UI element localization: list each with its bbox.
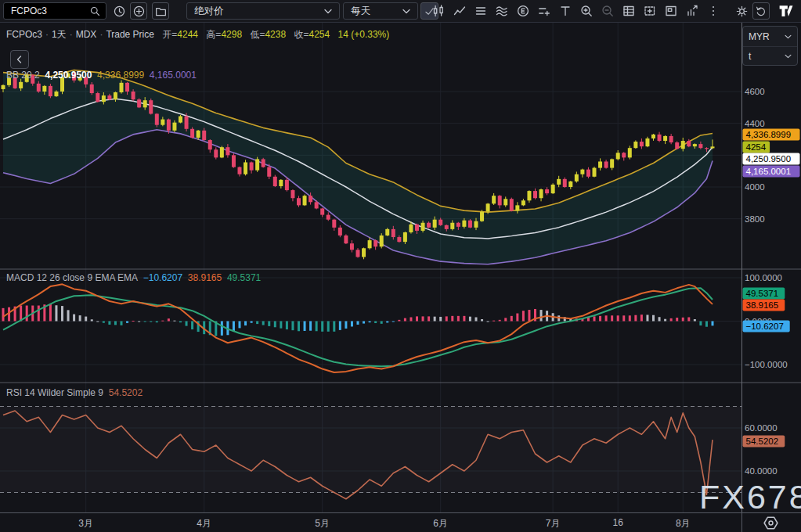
overlay-waves-button[interactable] xyxy=(491,2,512,20)
currency-dropdown[interactable]: MYR xyxy=(743,27,797,46)
zoom-out-icon xyxy=(601,4,615,18)
macd-line-value: 38.9165 xyxy=(188,272,222,283)
time-axis-label: 6月 xyxy=(433,517,448,530)
zoom-in-button[interactable] xyxy=(575,2,597,20)
unit-value: t xyxy=(749,51,751,62)
more-options-button[interactable] xyxy=(702,2,723,20)
events-button[interactable] xyxy=(512,2,533,20)
macd-title: MACD 12 26 close 9 EMA EMA xyxy=(6,272,138,283)
symbol-interval: 1天 xyxy=(52,29,67,40)
bb-indicator-legend[interactable]: BB 20 2 4,250.9500 4,336.8999 4,165.0001 xyxy=(6,70,197,81)
settings-button[interactable] xyxy=(733,2,750,20)
symbol-name: FCPOc3 xyxy=(6,29,42,40)
time-axis-label: 4月 xyxy=(197,517,211,530)
ohlc-close-label: 收= xyxy=(294,29,308,40)
time-axis-label: 5月 xyxy=(315,517,330,530)
currency-value: MYR xyxy=(749,31,770,42)
time-axis-settings-button[interactable] xyxy=(763,515,779,532)
bb-title: BB 20 2 xyxy=(6,70,40,81)
time-axis-label: 8月 xyxy=(676,517,691,530)
tradingview-logo-button[interactable] xyxy=(778,2,796,20)
time-axis[interactable]: 3月4月5月6月7月168月 xyxy=(0,512,801,532)
rsi-title: RSI 14 Wilder Simple 9 xyxy=(6,387,103,398)
waves-icon xyxy=(495,4,509,18)
axis-tick-label: 4600 xyxy=(745,87,765,96)
macd-indicator-legend[interactable]: MACD 12 26 close 9 EMA EMA −10.6207 38.9… xyxy=(6,272,261,283)
text-tool-button[interactable] xyxy=(554,2,575,20)
price-line-icon xyxy=(537,4,551,18)
bar-chart-arrow-icon xyxy=(685,4,699,18)
price-line-button[interactable] xyxy=(533,2,554,20)
axis-tick-label: 100.0000 xyxy=(745,273,782,282)
svg-text:54.5202: 54.5202 xyxy=(746,437,779,446)
rsi-indicator-legend[interactable]: RSI 14 Wilder Simple 9 54.5202 xyxy=(6,387,143,398)
rsi-value: 54.5202 xyxy=(109,387,143,398)
clock-icon xyxy=(113,5,126,18)
indicators-button[interactable] xyxy=(449,2,470,20)
gear-icon xyxy=(735,5,749,18)
axis-tick-label: 4000 xyxy=(745,182,765,192)
change-value: 14 (+0.33%) xyxy=(338,29,390,40)
table-grid-icon xyxy=(622,4,636,18)
ohlc-high-value: 4298 xyxy=(221,29,242,40)
undo-button[interactable] xyxy=(752,2,770,20)
open-layout-folder-button[interactable] xyxy=(152,2,169,20)
axis-tick-label: 4400 xyxy=(745,119,765,128)
svg-text:4254: 4254 xyxy=(746,142,767,152)
ohlc-close-value: 4254 xyxy=(309,29,330,40)
indicators-icon xyxy=(453,4,467,18)
add-symbol-button[interactable] xyxy=(130,2,147,20)
toolbar-icon-strip xyxy=(428,2,723,20)
chevron-left-icon xyxy=(16,56,23,63)
chevron-down-icon xyxy=(324,9,332,14)
tradingview-logo-icon xyxy=(778,3,796,19)
svg-text:4,165.0001: 4,165.0001 xyxy=(746,167,792,176)
box-plus-icon xyxy=(643,4,657,18)
legend-back-button[interactable] xyxy=(10,50,29,69)
unit-dropdown[interactable]: t xyxy=(743,46,797,66)
macd-signal-value: 49.5371 xyxy=(227,272,261,283)
e-circle-icon xyxy=(516,4,530,18)
ohlc-low-value: 4238 xyxy=(265,29,286,40)
symbol-legend[interactable]: FCPOc3·1天·MDX·Trade Price 开=4244 高=4298 … xyxy=(6,28,389,41)
ohlc-open-value: 4244 xyxy=(177,29,198,40)
bb-upper-value: 4,336.8999 xyxy=(97,70,144,81)
time-interval-clock-button[interactable] xyxy=(110,2,128,20)
interval-dropdown[interactable]: 每天 xyxy=(343,2,418,20)
layout-windows-button[interactable] xyxy=(660,2,681,20)
symbol-search-input[interactable]: FCPOc3 xyxy=(3,2,106,20)
plus-circle-icon xyxy=(132,5,146,18)
time-axis-label: 7月 xyxy=(546,517,561,530)
axis-tick-label: 40.0000 xyxy=(745,466,778,476)
svg-text:49.5371: 49.5371 xyxy=(746,289,779,298)
bar-replay-button[interactable] xyxy=(681,2,702,20)
symbol-series: Trade Price xyxy=(106,29,154,40)
chevron-down-icon xyxy=(785,34,792,39)
undo-icon xyxy=(755,5,767,17)
axis-tick-label: −100.0000 xyxy=(745,360,788,369)
ohlc-open-label: 开= xyxy=(162,29,177,40)
table-view-button[interactable] xyxy=(618,2,639,20)
compare-layers-button[interactable] xyxy=(470,2,491,20)
top-toolbar: FCPOc3 绝对价 每天 xyxy=(0,0,801,23)
candlestick-chart-icon xyxy=(431,4,446,18)
chart-type-button[interactable] xyxy=(428,2,449,20)
fx678-watermark: FX678 xyxy=(699,478,801,516)
time-axis-label: 16 xyxy=(613,517,623,528)
zoom-out-button[interactable] xyxy=(597,2,618,20)
zoom-in-icon xyxy=(579,4,594,18)
new-pane-button[interactable] xyxy=(639,2,660,20)
search-icon xyxy=(89,5,101,17)
chevron-down-icon xyxy=(402,9,410,14)
price-scale-settings: MYR t xyxy=(742,26,798,66)
price-chart-canvas[interactable]: 4600440040003800100.00000.0000−100.00006… xyxy=(0,23,801,512)
ohlc-low-label: 低= xyxy=(250,29,265,40)
text-tool-icon xyxy=(558,4,572,18)
ohlc-high-label: 高= xyxy=(206,29,221,40)
chart-area: 4600440040003800100.00000.0000−100.00006… xyxy=(0,23,801,512)
bb-lower-value: 4,165.0001 xyxy=(150,70,197,81)
interval-value: 每天 xyxy=(351,5,370,18)
price-type-dropdown[interactable]: 绝对价 xyxy=(186,2,340,20)
bb-basis-value: 4,250.9500 xyxy=(45,70,92,81)
axis-tick-label: 3800 xyxy=(745,214,765,224)
